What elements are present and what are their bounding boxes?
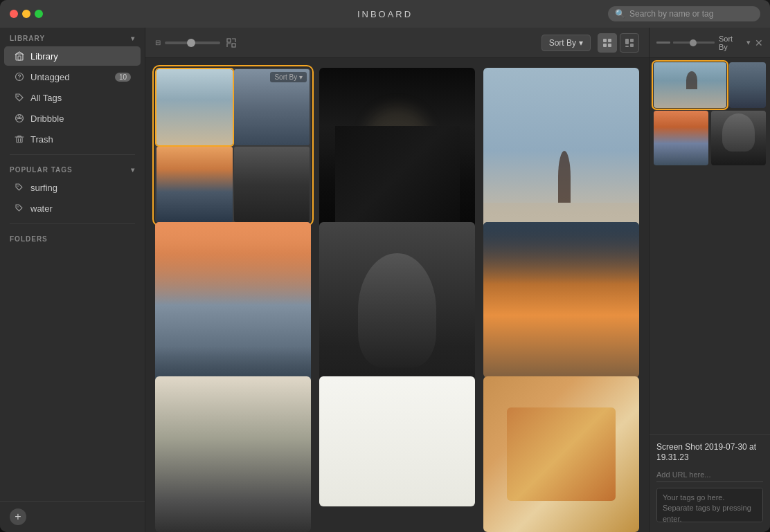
sidebar: LIBRARY ▾ Library [0, 28, 145, 532]
add-button[interactable]: + [10, 508, 26, 525]
svg-point-4 [17, 95, 19, 97]
library-dropdown-icon[interactable]: ▾ [131, 35, 135, 42]
all-tags-item-label: All Tags [30, 93, 62, 103]
app-title: INBOARD [357, 9, 413, 19]
untagged-item-label: Untagged [30, 72, 69, 82]
sidebar-item-tag-water[interactable]: water [4, 199, 141, 218]
sidebar-item-tag-surfing[interactable]: surfing [4, 178, 141, 197]
titlebar: INBOARD 🔍 [0, 0, 770, 28]
trash-icon [14, 134, 25, 145]
rp-row-2 [654, 111, 766, 165]
search-icon: 🔍 [615, 9, 625, 19]
collage-sub-3[interactable] [234, 147, 310, 223]
rp-row-1 [654, 62, 766, 108]
dribbble-item-label: Dribbble [30, 113, 64, 124]
popular-tags-dropdown-icon[interactable]: ▾ [131, 166, 135, 174]
search-input[interactable] [629, 9, 753, 19]
surfing-tag-label: surfing [30, 183, 57, 193]
content-area: ⊟ Sort By ▾ [145, 28, 649, 532]
right-panel-info: Screen Shot 2019-07-30 at 19.31.23 [650, 434, 770, 532]
question-icon [14, 71, 25, 82]
traffic-lights [10, 10, 43, 18]
building-icon [14, 51, 25, 62]
tag-water-icon [14, 203, 25, 214]
slider-track[interactable] [165, 42, 220, 44]
svg-rect-13 [603, 44, 607, 47]
sort-dropdown-icon: ▾ [579, 38, 583, 48]
library-section-header: LIBRARY ▾ [0, 28, 145, 46]
fullscreen-button[interactable] [35, 10, 43, 18]
svg-point-3 [19, 78, 19, 79]
folders-header: FOLDERS [0, 228, 145, 247]
popular-tags-label: POPULAR TAGS [10, 166, 73, 174]
library-item-label: Library [30, 51, 58, 62]
tags-input[interactable] [656, 488, 763, 522]
dribbble-icon [14, 113, 25, 124]
right-panel-toolbar: Sort By ▾ ✕ [650, 28, 770, 58]
svg-rect-17 [625, 46, 629, 47]
right-panel-close-icon[interactable]: ✕ [755, 37, 763, 48]
photo-cell-collage[interactable]: Sort By ▾ [155, 68, 311, 223]
right-panel-sort-icon: ▾ [746, 38, 751, 47]
trash-item-label: Trash [30, 134, 53, 145]
svg-rect-11 [603, 39, 607, 42]
content-toolbar: ⊟ Sort By ▾ [145, 28, 649, 58]
tag-surfing-icon [14, 182, 25, 193]
sidebar-item-untagged[interactable]: Untagged 10 [4, 67, 141, 86]
collage-sub-0[interactable] [156, 69, 233, 145]
slider-thumb[interactable] [187, 39, 195, 47]
tag-icon [14, 92, 25, 103]
sort-by-button[interactable]: Sort By ▾ [541, 35, 591, 51]
svg-rect-6 [17, 137, 22, 143]
svg-rect-0 [16, 54, 23, 60]
svg-rect-10 [232, 44, 235, 47]
zoom-out-icon: ⊟ [155, 39, 161, 46]
rp-thumb-surfer[interactable] [654, 62, 726, 108]
url-input[interactable] [656, 468, 763, 482]
photo-cell-building-night[interactable] [483, 222, 639, 378]
expand-icon[interactable] [224, 36, 238, 50]
popular-tags-header: POPULAR TAGS ▾ [0, 159, 145, 178]
folders-label: FOLDERS [10, 235, 48, 243]
sidebar-item-trash[interactable]: Trash [4, 129, 141, 149]
photo-cell-trees-bw[interactable] [155, 376, 311, 532]
photo-cell-white-paper[interactable] [319, 376, 475, 506]
rp-thumb-sunset[interactable] [654, 111, 708, 165]
rp-thumb-portrait[interactable] [711, 111, 766, 165]
sidebar-item-library[interactable]: Library [4, 46, 141, 66]
sidebar-item-all-tags[interactable]: All Tags [4, 88, 141, 107]
search-bar[interactable]: 🔍 [608, 6, 760, 21]
right-panel-thumbnails [650, 58, 770, 434]
grid-view-button[interactable] [598, 33, 617, 53]
photo-cell-food[interactable] [483, 376, 639, 532]
untagged-badge: 10 [115, 73, 131, 82]
collage-sort-label: Sort By ▾ [270, 72, 307, 82]
library-label: LIBRARY [10, 35, 45, 42]
sort-by-label: Sort By [549, 38, 576, 48]
rp-thumb-city[interactable] [729, 62, 766, 108]
view-toggle [598, 33, 639, 53]
svg-rect-15 [625, 39, 629, 44]
photo-grid: Sort By ▾ [145, 58, 649, 532]
svg-rect-14 [608, 44, 611, 47]
svg-rect-18 [630, 44, 634, 47]
sidebar-divider [10, 154, 135, 155]
right-panel-sort-button[interactable]: Sort By [719, 35, 742, 51]
masonry-view-button[interactable] [620, 33, 639, 53]
svg-point-8 [17, 206, 19, 208]
sidebar-divider-2 [10, 223, 135, 224]
sidebar-item-dribbble[interactable]: Dribbble [4, 109, 141, 128]
svg-rect-12 [608, 39, 611, 42]
close-button[interactable] [10, 10, 18, 18]
svg-rect-1 [18, 56, 21, 60]
collage-sub-2[interactable] [156, 147, 233, 223]
zoom-slider[interactable]: ⊟ [155, 36, 238, 50]
right-panel: Sort By ▾ ✕ [649, 28, 770, 532]
sidebar-bottom: + [0, 501, 145, 532]
selected-photo-title: Screen Shot 2019-07-30 at 19.31.23 [656, 442, 763, 464]
main-layout: LIBRARY ▾ Library [0, 28, 770, 532]
svg-point-7 [17, 185, 19, 187]
water-tag-label: water [30, 203, 53, 214]
minimize-button[interactable] [22, 10, 30, 18]
app-window: INBOARD 🔍 LIBRARY ▾ Library [0, 0, 770, 532]
